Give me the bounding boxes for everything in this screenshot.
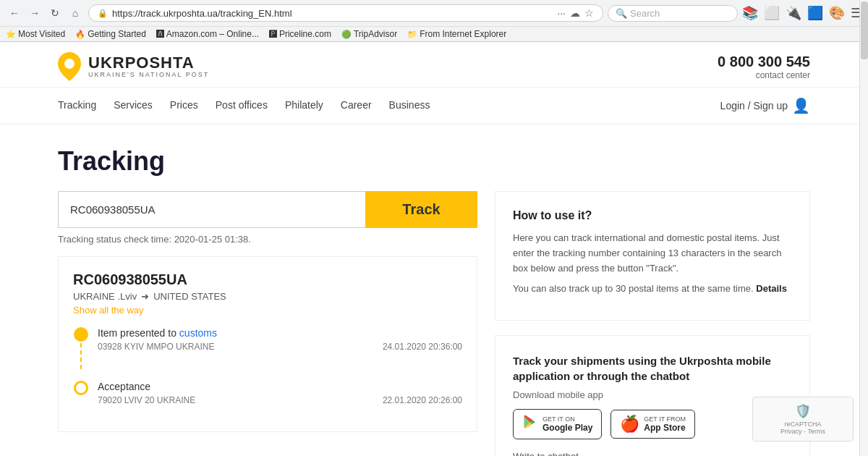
highlight-text: customs (179, 327, 217, 339)
app-store-text: GET IT FROM App Store (644, 415, 686, 433)
apple-icon: 🍎 (620, 415, 639, 434)
timeline-date: 22.01.2020 20:26:00 (383, 395, 462, 405)
info-card-text2: You can also track up to 30 postal items… (513, 282, 792, 297)
to-city: UNITED STATES (153, 291, 226, 302)
tracking-layout: Track Tracking status check time: 2020-0… (58, 191, 810, 456)
logo-pin-icon (58, 52, 81, 81)
bookmark-icon-star: ⭐ (6, 30, 16, 39)
timeline-date: 24.01.2020 20:36:00 (383, 342, 462, 352)
star-icon[interactable]: ☆ (584, 7, 594, 19)
recaptcha-label: reCAPTCHA (760, 421, 846, 428)
tracking-input[interactable] (58, 191, 365, 228)
google-play-badge[interactable]: GET IT ON Google Play (513, 409, 602, 439)
timeline-event: Acceptance (98, 381, 462, 392)
home-button[interactable]: ⌂ (67, 4, 84, 22)
from-city: UKRAINE .Lviv (73, 291, 137, 302)
page-wrapper: UKRPOSHTA UKRAINE'S NATIONAL POST 0 800 … (0, 42, 868, 456)
lock-icon: 🔒 (98, 9, 108, 18)
url-text: https://track.ukrposhta.ua/tracking_EN.h… (112, 8, 553, 19)
nav-services[interactable]: Services (114, 88, 153, 124)
bookmark-icon-folder: 📁 (407, 30, 417, 39)
nav-business[interactable]: Business (389, 88, 430, 124)
nav-post-offices[interactable]: Post offices (216, 88, 268, 124)
timeline: Item presented to customs 03928 KYIV MMP… (73, 327, 462, 405)
tracking-input-row: Track (58, 191, 477, 228)
color-icon[interactable]: 🎨 (829, 5, 845, 21)
user-icon: 👤 (792, 97, 810, 114)
more-icon[interactable]: ··· (557, 7, 566, 19)
back-button[interactable]: ← (6, 4, 23, 22)
recaptcha-badge: 🛡️ reCAPTCHA Privacy - Terms (752, 397, 854, 442)
site-nav: Tracking Services Prices Post offices Ph… (0, 88, 868, 124)
bookmark-priceline[interactable]: 🅿 Priceline.com (269, 29, 331, 39)
recaptcha-sub: Privacy - Terms (760, 428, 846, 435)
bookmark-label: Priceline.com (279, 29, 331, 39)
logo-name: UKRPOSHTA (88, 55, 209, 71)
bookmark-ie[interactable]: 📁 From Internet Explorer (407, 29, 506, 39)
search-icon: 🔍 (616, 8, 627, 19)
bookmark-getting-started[interactable]: 🔥 Getting Started (75, 29, 146, 39)
nav-links: Tracking Services Prices Post offices Ph… (58, 88, 430, 124)
bookmark-icon-fire: 🔥 (75, 30, 85, 39)
refresh-button[interactable]: ↻ (46, 4, 64, 22)
forward-button[interactable]: → (26, 4, 43, 22)
track-button[interactable]: Track (365, 191, 477, 228)
google-play-text: GET IT ON Google Play (542, 415, 592, 433)
arrow-icon: ➜ (141, 291, 149, 302)
bookmark-icon[interactable]: ☁ (570, 7, 580, 19)
tracking-route: UKRAINE .Lviv ➜ UNITED STATES (73, 291, 462, 302)
app-card-subtitle: Download mobile app (513, 389, 792, 400)
bookmark-label: Amazon.com – Online... (166, 29, 259, 39)
app-store-badge[interactable]: 🍎 GET IT FROM App Store (610, 410, 695, 439)
nav-career[interactable]: Career (341, 88, 372, 124)
app-badges: GET IT ON Google Play 🍎 GET IT FROM App … (513, 409, 792, 439)
google-play-sub: GET IT ON (542, 415, 592, 423)
info-card-text1: Here you can track international and dom… (513, 231, 792, 276)
info-card-title: How to use it? (513, 209, 792, 222)
bookmark-tripadvisor[interactable]: 🟢 TripAdvisor (341, 29, 397, 39)
phone-number: 0 800 300 545 (718, 54, 810, 70)
scrollbar[interactable] (859, 0, 868, 456)
logo-tagline: UKRAINE'S NATIONAL POST (88, 71, 209, 78)
address-bar[interactable]: 🔒 https://track.ukrposhta.ua/tracking_EN… (88, 4, 603, 22)
chatbot-label: Write to chatbot (513, 451, 792, 456)
timeline-icon-col (73, 327, 89, 369)
bookmark-amazon[interactable]: 🅰 Amazon.com – Online... (156, 29, 259, 39)
browser-toolbar-right: 📚 ⬜ 🔌 🟦 🎨 ☰ (742, 5, 862, 21)
how-to-use-card: How to use it? Here you can track intern… (495, 191, 810, 321)
timeline-item: Item presented to customs 03928 KYIV MMP… (73, 327, 462, 369)
timeline-content: Acceptance 79020 LVIV 20 UKRAINE 22.01.2… (98, 381, 462, 405)
browser-chrome: ← → ↻ ⌂ 🔒 https://track.ukrposhta.ua/tra… (0, 0, 868, 42)
recaptcha-logo: 🛡️ (760, 403, 846, 419)
window-icon[interactable]: ⬜ (764, 5, 780, 21)
show-all-way-link[interactable]: Show all the way (73, 305, 462, 316)
nav-prices[interactable]: Prices (170, 88, 198, 124)
nav-tracking[interactable]: Tracking (58, 88, 96, 124)
timeline-sub: 03928 KYIV MMPO UKRAINE 24.01.2020 20:36… (98, 342, 462, 352)
tracking-result: RC060938055UA UKRAINE .Lviv ➜ UNITED STA… (58, 256, 477, 432)
page-title: Tracking (58, 146, 810, 177)
contact-center-label: contact center (718, 70, 810, 80)
svg-point-0 (64, 59, 75, 69)
timeline-item: Acceptance 79020 LVIV 20 UKRAINE 22.01.2… (73, 381, 462, 405)
extension-icon[interactable]: 🔌 (786, 5, 801, 21)
bookmark-label: Most Visited (18, 29, 65, 39)
profile-icon[interactable]: 🟦 (807, 5, 823, 21)
bookmark-most-visited[interactable]: ⭐ Most Visited (6, 29, 65, 39)
browser-search-bar[interactable]: 🔍 Search (608, 5, 738, 22)
nav-login[interactable]: Login / Sign up 👤 (720, 97, 810, 114)
timeline-sub: 79020 LVIV 20 UKRAINE 22.01.2020 20:26:0… (98, 395, 462, 405)
timeline-dot (74, 381, 88, 395)
browser-toolbar: ← → ↻ ⌂ 🔒 https://track.ukrposhta.ua/tra… (0, 0, 868, 26)
scrollbar-thumb[interactable] (861, 1, 868, 59)
details-link[interactable]: Details (756, 283, 787, 294)
main-content: Tracking Track Tracking status check tim… (0, 124, 868, 456)
bookmark-label: TripAdvisor (354, 29, 397, 39)
library-icon[interactable]: 📚 (742, 5, 758, 21)
tracking-result-number: RC060938055UA (73, 271, 462, 288)
nav-philately[interactable]: Philately (285, 88, 323, 124)
timeline-location: 79020 LVIV 20 UKRAINE (98, 395, 195, 405)
app-store-sub: GET IT FROM (644, 415, 686, 423)
timeline-icon-col (73, 381, 89, 395)
search-placeholder: Search (630, 8, 660, 19)
